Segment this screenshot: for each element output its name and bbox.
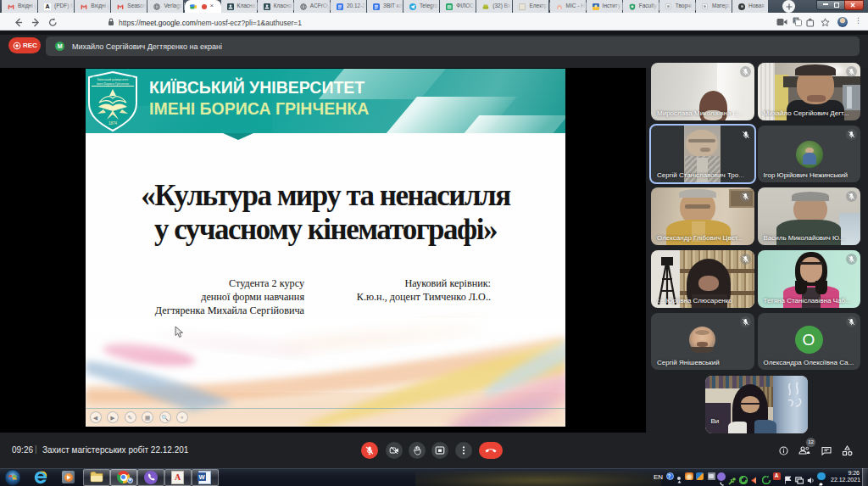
svg-text:文: 文 xyxy=(794,18,799,23)
svg-text:Київський університет: Київський університет xyxy=(97,78,129,81)
svg-text:імені Бориса Грінченка: імені Бориса Грінченка xyxy=(97,82,129,86)
svg-text:1874: 1874 xyxy=(108,121,118,126)
